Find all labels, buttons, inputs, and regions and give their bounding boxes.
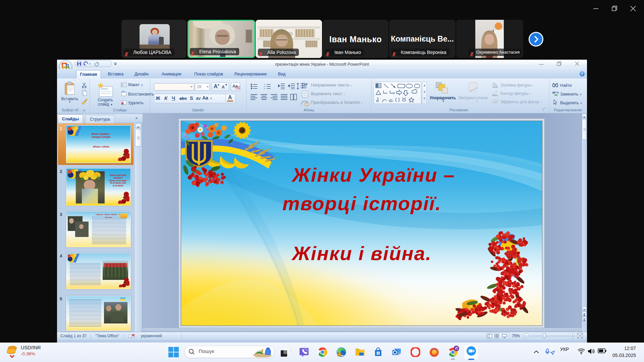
svg-text:ac: ac [554, 93, 558, 97]
